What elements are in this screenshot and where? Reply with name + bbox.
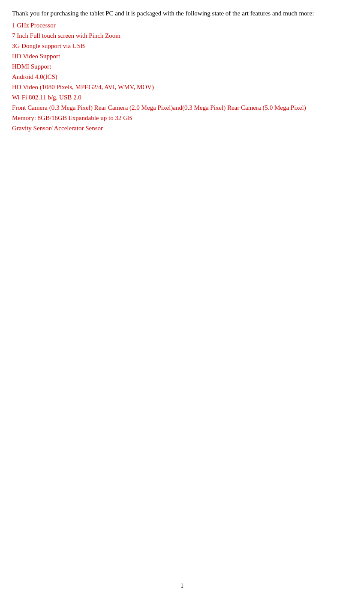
feature-8: Wi-Fi 802.11 b/g, USB 2.0 <box>12 92 352 102</box>
intro-paragraph: Thank you for purchasing the tablet PC a… <box>12 9 352 18</box>
page-number: 1 <box>180 583 184 589</box>
feature-6: Android 4.0(ICS) <box>12 72 352 82</box>
feature-4: HD Video Support <box>12 51 352 61</box>
page-content: Thank you for purchasing the tablet PC a… <box>0 0 364 159</box>
features-list: 1 GHz Processor7 Inch Full touch screen … <box>12 20 352 133</box>
feature-7: HD Video (1080 Pixels, MPEG2/4, AVI, WMV… <box>12 82 352 92</box>
feature-11: Gravity Sensor/ Accelerator Sensor <box>12 123 352 133</box>
feature-2: 7 Inch Full touch screen with Pinch Zoom <box>12 30 352 41</box>
feature-3: 3G Dongle support via USB <box>12 41 352 51</box>
feature-10: Memory: 8GB/16GB Expandable up to 32 GB <box>12 113 352 123</box>
feature-9: Front Camera (0.3 Mega Pixel) Rear Camer… <box>12 102 352 113</box>
feature-1: 1 GHz Processor <box>12 20 352 30</box>
feature-5: HDMI Support <box>12 61 352 72</box>
